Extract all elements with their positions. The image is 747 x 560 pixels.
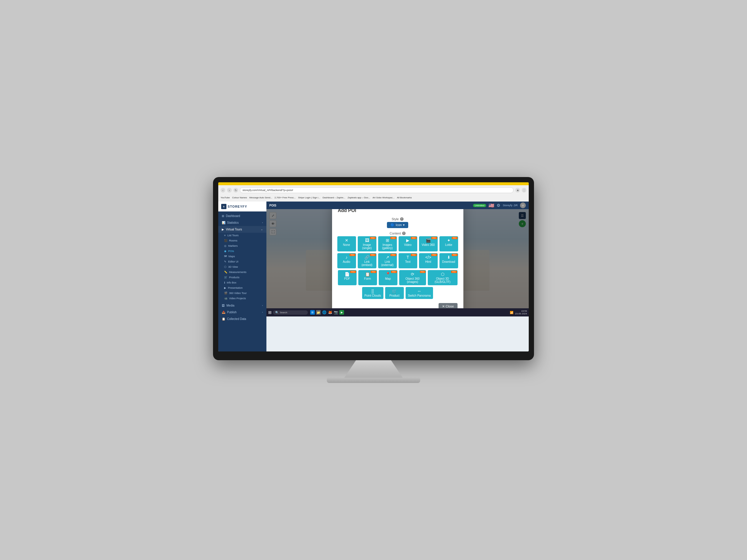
sidebar-item-publish[interactable]: 📤 Publish › <box>218 309 266 316</box>
content-btn-product[interactable]: 🛒 Product <box>385 287 404 299</box>
3d-view-icon: ⬡ <box>224 265 227 268</box>
pro-badge-html: PRO <box>431 254 437 256</box>
refresh-button[interactable]: ↻ <box>233 188 238 192</box>
content-btn-object3d[interactable]: PRO ⬡ Object 3D (GLB/GLTF) <box>428 270 458 285</box>
content-btn-video[interactable]: PRO ▶ Video <box>398 236 417 251</box>
taskbar-icon-5[interactable]: 📷 <box>334 310 338 315</box>
main-content: POIS Unlimited 🇺🇸 ⚙ Storeyfy .DR U <box>266 202 529 351</box>
content-btn-image-single[interactable]: PRO 🖼 Image (single) <box>358 236 377 251</box>
sidebar-item-media[interactable]: 🖼 Media › <box>218 302 266 309</box>
sidebar-label-markers: Markers <box>228 244 238 247</box>
sidebar-label-rooms: Rooms <box>229 239 237 242</box>
sidebar-sub-info-box[interactable]: ℹ Info Box <box>218 280 266 285</box>
list-tours-icon: ≡ <box>224 234 226 237</box>
taskbar-icon-1[interactable]: ⊞ <box>310 310 315 315</box>
monitor-frame: ‹ › ↻ storeyfy.com/Virtual_API/backend/?… <box>213 177 534 360</box>
pro-badge-lottie: PRO <box>452 237 457 239</box>
content-btn-lottie[interactable]: PRO ✦ Lottie <box>439 236 458 251</box>
taskbar-icon-2[interactable]: 📁 <box>316 310 321 315</box>
pdf-label: PDF <box>344 277 350 280</box>
download-icon: ⬇ <box>447 255 450 260</box>
bookmark-dashboard[interactable]: Dashboard – Zaptre... <box>323 196 345 199</box>
bookmark-youtube[interactable]: YouTube <box>221 196 230 199</box>
bookmark-artsobo[interactable]: Art Sobo Workspac... <box>372 196 394 199</box>
html-label: Html <box>425 260 431 263</box>
content-btn-map[interactable]: PRO 📍 Map <box>379 270 397 285</box>
sidebar-sub-list-tours[interactable]: ≡ List Tours <box>218 233 266 238</box>
sidebar-label-dashboard: Dashboard <box>226 214 240 218</box>
taskbar-icon-6[interactable]: ▶ <box>339 310 344 315</box>
content-btn-video360[interactable]: PRO 🎬 Video 360 <box>419 236 438 251</box>
sidebar-item-virtual-tours[interactable]: ▶ Virtual Tours ⌄ <box>218 226 266 233</box>
content-btn-none[interactable]: ✕ None <box>337 236 356 251</box>
switch-panorama-label: Switch Panorama <box>408 294 431 297</box>
object360-icon: ⟳ <box>411 272 414 276</box>
taskbar-icon-4[interactable]: 🦊 <box>328 310 332 315</box>
settings-button[interactable]: ⚙ <box>497 203 500 208</box>
content-grid: ✕ None PRO 🖼 Image (single) <box>338 236 458 299</box>
map-label: Map <box>385 277 391 280</box>
content-btn-object360[interactable]: PRO ⟳ Object 360 (images) <box>399 270 426 285</box>
pro-badge-form: PRO <box>370 271 376 273</box>
sidebar-item-dashboard[interactable]: ⊞ Dashboard <box>218 213 266 219</box>
markers-icon: ◎ <box>224 244 227 247</box>
sidebar-sub-3d-view[interactable]: ⬡ 3D View <box>218 264 266 269</box>
sidebar-sub-video-projects[interactable]: 📹 Video Projects <box>218 296 266 301</box>
sidebar-sub-editor-ui[interactable]: ✎ Editor UI <box>218 259 266 264</box>
content-btn-html[interactable]: PRO </> Html <box>419 253 438 268</box>
bookmark-colours[interactable]: Colour Names <box>232 196 247 199</box>
content-btn-images-gallery[interactable]: PRO ⊞ Images (gallery) <box>378 236 397 251</box>
pro-badge-obj360: PRO <box>420 271 426 273</box>
sidebar-sub-maps[interactable]: 🗺 Maps <box>218 254 266 259</box>
search-text: Search <box>280 311 287 314</box>
bookmark-stripe[interactable]: Stripe Login | Sign i... <box>298 196 320 199</box>
menu-button[interactable]: ⋮ <box>522 188 526 192</box>
bookmark-message[interactable]: Message Auto Send... <box>250 196 272 199</box>
sidebar-item-collected-data[interactable]: 📋 Collected Data <box>218 316 266 322</box>
forward-button[interactable]: › <box>227 188 232 192</box>
back-button[interactable]: ‹ <box>221 188 225 192</box>
panorama-area: ⤢ 👁 ⛶ ☰ + B1 <box>266 209 529 308</box>
publish-icon: 📤 <box>222 311 225 314</box>
sidebar-sub-markers[interactable]: ◎ Markers <box>218 243 266 248</box>
content-btn-link-external[interactable]: PRO ↗ Link (external) <box>378 253 397 268</box>
logo-text: STOREYFY <box>228 205 247 208</box>
content-btn-link-embed[interactable]: PRO 🔗 Link (embed) <box>358 253 377 268</box>
sidebar-sub-measurements[interactable]: 📏 Measurements <box>218 269 266 275</box>
content-btn-download[interactable]: PRO ⬇ Download <box>439 253 458 268</box>
modal-title: Add POI <box>338 209 458 213</box>
style-dropdown-button[interactable]: 🔵 Icon ▾ <box>387 222 408 228</box>
taskbar-search[interactable]: 🔍 Search <box>273 310 308 315</box>
sidebar-item-statistics[interactable]: 📊 Statistics › <box>218 219 266 226</box>
sidebar-sub-pois[interactable]: ◉ POIs <box>218 248 266 254</box>
windows-logo[interactable]: ⊞ <box>268 310 272 315</box>
sidebar-sub-products[interactable]: 🛒 Products <box>218 275 266 280</box>
video-projects-icon: 📹 <box>224 297 227 300</box>
close-button[interactable]: ✕ Close <box>439 303 457 309</box>
bookmark-all[interactable]: All Bookmarks <box>397 196 412 199</box>
address-bar[interactable]: storeyfy.com/Virtual_API/backend/?p=pois… <box>240 187 514 193</box>
content-btn-audio[interactable]: PRO ♪ Audio <box>337 253 356 268</box>
pro-badge-link-ext: PRO <box>390 254 396 256</box>
bookmark-zapteats[interactable]: Zapteats app – Goo... <box>347 196 370 199</box>
content-btn-pdf[interactable]: PRO 📄 PDF <box>338 270 357 285</box>
taskbar: ⊞ 🔍 Search ⊞ 📁 🌐 🦊 📷 ▶ <box>266 308 529 317</box>
sidebar-sub-rooms[interactable]: ⬛ Rooms <box>218 238 266 243</box>
bookmark-presc[interactable]: 2,700+ Free Presc... <box>275 196 296 199</box>
bookmark-star[interactable]: ★ <box>515 188 520 192</box>
style-section-label: Style ? <box>338 217 458 221</box>
content-btn-point-clouds[interactable]: ⣿ Point Clouds <box>362 287 383 299</box>
map-icon: 📍 <box>385 272 390 276</box>
content-btn-form[interactable]: PRO 📋 Form <box>358 270 377 285</box>
content-btn-switch-panorama[interactable]: ↔ Switch Panorama <box>406 287 433 299</box>
text-label: Text <box>405 260 410 263</box>
sidebar-sub-360-video[interactable]: 🎬 360 Video Tour <box>218 291 266 296</box>
download-label: Download <box>442 260 455 263</box>
content-section-label: Content ? <box>338 232 458 235</box>
taskbar-icon-3[interactable]: 🌐 <box>322 310 327 315</box>
sidebar-label-measurements: Measurements <box>229 271 247 273</box>
product-label: Product <box>389 294 399 297</box>
sidebar-sub-presentation[interactable]: ▶ Presentation <box>218 285 266 291</box>
content-btn-text[interactable]: PRO T Text <box>398 253 417 268</box>
pro-badge-obj3d: PRO <box>451 271 457 273</box>
